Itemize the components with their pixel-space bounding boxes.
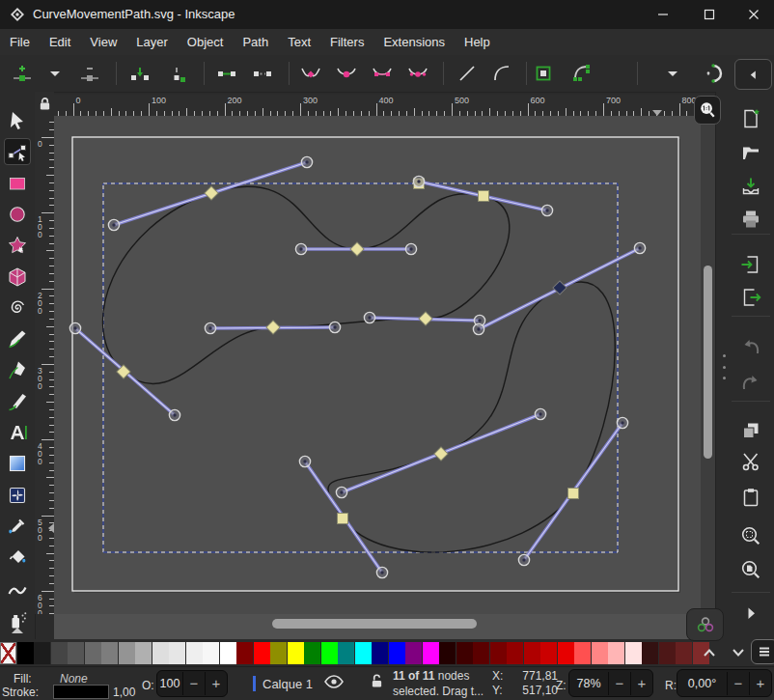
maximize-button[interactable] xyxy=(687,0,732,29)
opacity-decrease-button[interactable]: − xyxy=(182,672,205,695)
color-swatch[interactable] xyxy=(169,642,185,664)
color-swatch[interactable] xyxy=(236,642,253,664)
pencil-tool[interactable] xyxy=(4,325,31,352)
menu-layer[interactable]: Layer xyxy=(126,35,178,49)
color-swatch[interactable] xyxy=(490,642,507,664)
break-nodes-button[interactable] xyxy=(164,61,189,86)
vertical-scrollbar-thumb[interactable] xyxy=(704,266,712,459)
spiral-tool[interactable] xyxy=(4,294,31,322)
mesh-tool[interactable] xyxy=(4,482,31,509)
collapse-panel-button[interactable] xyxy=(734,59,772,90)
delete-node-button[interactable] xyxy=(77,61,102,86)
menu-text[interactable]: Text xyxy=(278,35,320,49)
color-swatch[interactable] xyxy=(372,642,388,664)
menu-edit[interactable]: Edit xyxy=(40,35,80,49)
menu-help[interactable]: Help xyxy=(455,35,500,49)
redo-button[interactable] xyxy=(738,370,763,395)
rotation-increase-button[interactable]: + xyxy=(749,672,771,695)
stroke-width-value[interactable]: 1,00 xyxy=(113,686,135,699)
color-swatch[interactable] xyxy=(220,642,236,664)
zoom-drawing-button[interactable] xyxy=(738,557,763,582)
bucket-tool[interactable] xyxy=(4,544,31,571)
layer-visibility-toggle[interactable] xyxy=(324,675,344,688)
insert-node-button[interactable] xyxy=(10,61,35,86)
copy-button[interactable] xyxy=(738,418,763,443)
color-swatch[interactable] xyxy=(51,642,68,664)
opacity-increase-button[interactable]: + xyxy=(205,672,227,695)
color-swatch[interactable] xyxy=(592,642,608,664)
export-button[interactable] xyxy=(738,285,763,310)
paste-button[interactable] xyxy=(738,485,763,510)
color-swatch[interactable] xyxy=(338,642,354,664)
color-swatch[interactable] xyxy=(456,642,473,664)
color-swatch[interactable] xyxy=(152,642,169,664)
gradient-tool[interactable] xyxy=(4,450,31,477)
commandbar-drag-handle[interactable] xyxy=(721,354,727,379)
palette-scroll-up-button[interactable] xyxy=(697,641,722,664)
color-swatch[interactable] xyxy=(540,642,557,664)
color-swatch[interactable] xyxy=(439,642,456,664)
stroke-to-path-button[interactable] xyxy=(569,61,594,86)
rotation-decrease-button[interactable]: − xyxy=(727,672,749,695)
join-nodes-button[interactable] xyxy=(127,61,152,86)
layer-name[interactable]: Calque 1 xyxy=(263,677,313,691)
color-swatch[interactable] xyxy=(135,642,152,664)
rect-tool[interactable] xyxy=(4,170,31,197)
palette-scroll-down-button[interactable] xyxy=(726,641,751,664)
color-swatch[interactable] xyxy=(608,642,624,664)
color-swatch[interactable] xyxy=(574,642,591,664)
color-swatch[interactable] xyxy=(558,642,574,664)
import-button[interactable] xyxy=(738,252,763,277)
print-button[interactable] xyxy=(738,207,763,232)
color-swatch[interactable] xyxy=(254,642,270,664)
node-auto-button[interactable] xyxy=(405,61,430,86)
color-swatch[interactable] xyxy=(321,642,338,664)
rotation-value[interactable]: 0,00° xyxy=(677,677,727,690)
color-swatch[interactable] xyxy=(473,642,489,664)
horizontal-ruler[interactable]: 0100200300400500600700800 xyxy=(54,95,714,116)
path-node-cusp[interactable] xyxy=(479,191,489,202)
opacity-value[interactable]: 100 xyxy=(157,677,182,690)
horizontal-scrollbar-thumb[interactable] xyxy=(272,619,477,629)
more-button[interactable] xyxy=(738,601,763,626)
menu-view[interactable]: View xyxy=(80,35,126,49)
doc-save-button[interactable] xyxy=(738,174,763,199)
pen-tool[interactable] xyxy=(4,356,31,383)
minimize-button[interactable] xyxy=(641,0,685,29)
ellipse-tool[interactable] xyxy=(4,201,31,228)
vertical-ruler[interactable]: 0100200300400500600 xyxy=(35,116,54,614)
color-management-toggle[interactable] xyxy=(686,608,724,641)
ruler-lock-button[interactable] xyxy=(35,92,54,116)
snap-toggle-button[interactable] xyxy=(700,61,725,86)
node-tool[interactable] xyxy=(4,138,31,165)
palette-menu-button[interactable] xyxy=(751,639,774,664)
zoom-decrease-button[interactable]: − xyxy=(608,672,630,695)
zoom-actual-size-button[interactable] xyxy=(694,96,721,125)
node-symmetric-button[interactable] xyxy=(370,61,395,86)
calligraphy-tool[interactable] xyxy=(4,388,31,415)
color-swatch[interactable] xyxy=(355,642,372,664)
menu-filters[interactable]: Filters xyxy=(320,35,373,49)
color-swatch[interactable] xyxy=(304,642,320,664)
object-to-path-button[interactable] xyxy=(531,61,556,86)
menu-path[interactable]: Path xyxy=(233,35,278,49)
text-tool[interactable] xyxy=(4,419,31,446)
color-swatch[interactable] xyxy=(659,642,676,664)
undo-button[interactable] xyxy=(738,334,763,359)
canvas[interactable] xyxy=(54,116,701,614)
doc-open-button[interactable] xyxy=(738,140,763,165)
color-swatch[interactable] xyxy=(642,642,658,664)
dropper-tool[interactable] xyxy=(4,513,31,540)
color-swatch[interactable] xyxy=(68,642,84,664)
node-smooth-button[interactable] xyxy=(334,61,359,86)
selector-tool[interactable] xyxy=(4,107,31,134)
color-swatch[interactable] xyxy=(101,642,118,664)
swatch-none[interactable] xyxy=(0,642,16,664)
vertical-scrollbar[interactable] xyxy=(701,116,715,614)
insert-node-menu-button[interactable] xyxy=(42,61,68,86)
horizontal-scrollbar[interactable] xyxy=(54,614,701,639)
cut-button[interactable] xyxy=(738,449,763,474)
color-swatch[interactable] xyxy=(625,642,642,664)
color-swatch[interactable] xyxy=(270,642,287,664)
join-with-segment-button[interactable] xyxy=(214,61,239,86)
